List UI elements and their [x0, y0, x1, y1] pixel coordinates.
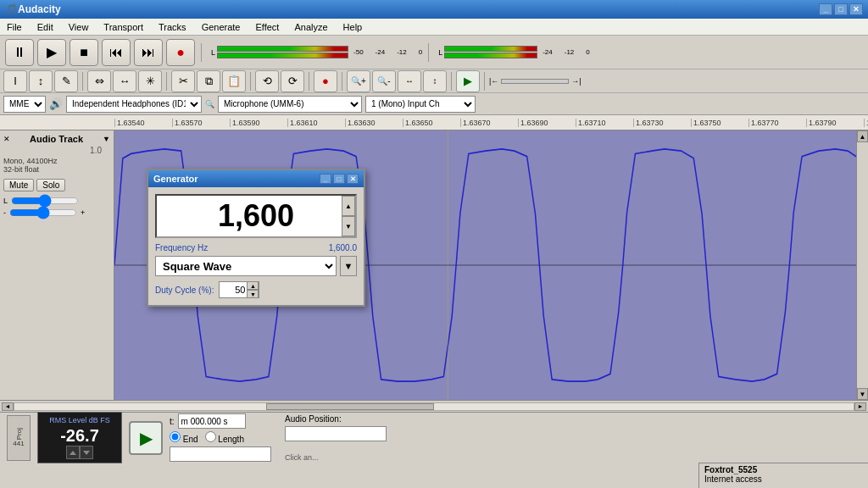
- audio-position-section: Audio Position: 0 h 00 m 00.000 s Click …: [285, 414, 387, 462]
- rms-value: -26.7: [42, 426, 118, 446]
- zoom-in[interactable]: 🔍+: [347, 70, 370, 92]
- gen-minimize[interactable]: _: [320, 174, 331, 184]
- input-device-select[interactable]: Microphone (UMM-6): [218, 96, 362, 113]
- copy-tool[interactable]: ⧉: [197, 70, 220, 92]
- solo-button[interactable]: Solo: [36, 179, 65, 191]
- scroll-thumb[interactable]: [266, 403, 434, 410]
- minimize-button[interactable]: _: [819, 3, 832, 15]
- track-menu-btn[interactable]: ▼: [103, 135, 110, 143]
- scroll-left-btn[interactable]: ◄: [2, 402, 14, 411]
- click-hint: Click an...: [285, 453, 387, 462]
- tools-toolbar: I ↕ ✎ ⇔ ↔ ✳ ✂ ⧉ 📋 ⟲ ⟳ ● 🔍+ 🔍- ↔ ↕ ▶ |← →…: [0, 69, 868, 93]
- frequency-value: 1,600: [218, 198, 294, 234]
- gain-label: 1.0: [3, 146, 110, 155]
- selection-tool[interactable]: I: [3, 70, 27, 92]
- horizontal-scrollbar[interactable]: ◄ ►: [0, 400, 868, 412]
- menu-generate[interactable]: Generate: [198, 20, 244, 34]
- status-bar: Foxtrot_5525 Internet access: [698, 463, 868, 488]
- gen-maximize[interactable]: □: [333, 174, 345, 184]
- end-radio-label[interactable]: End: [170, 431, 198, 444]
- menu-analyze[interactable]: Analyze: [291, 20, 331, 34]
- envelope-tool[interactable]: ↕: [29, 70, 53, 92]
- play-small[interactable]: ▶: [456, 70, 480, 92]
- titlebar: 🎵 Audacity _ □ ✕: [0, 0, 868, 19]
- frequency-spinner: ▲ ▼: [342, 196, 355, 236]
- rms-spinner-down[interactable]: [80, 446, 93, 459]
- draw-tool[interactable]: ✎: [54, 70, 78, 92]
- pause-button[interactable]: ⏸: [5, 39, 34, 66]
- play-button[interactable]: ▶: [37, 39, 66, 66]
- generator-dialog: Generator _ □ ✕ 1,600 ▲ ▼ Frequency Hz: [147, 169, 365, 307]
- zoom-out[interactable]: 🔍-: [372, 70, 396, 92]
- maximize-button[interactable]: □: [834, 3, 848, 15]
- menubar: File Edit View Transport Tracks Generate…: [0, 19, 868, 36]
- pan-slider[interactable]: [11, 197, 79, 205]
- host-select[interactable]: MME: [3, 96, 46, 113]
- vertical-scrollbar[interactable]: ▲ ▼: [856, 130, 868, 400]
- track-buttons: Mute Solo: [3, 179, 110, 191]
- stop-button[interactable]: ■: [70, 39, 98, 66]
- length-radio-label[interactable]: Length: [205, 431, 244, 444]
- generator-title: Generator: [153, 174, 198, 184]
- scroll-down-btn[interactable]: ▼: [857, 388, 868, 400]
- frequency-label-row: Frequency Hz 1,600.0: [155, 243, 357, 252]
- audio-pos-input[interactable]: 0 h 00 m 00.000 s: [285, 426, 387, 441]
- end-input[interactable]: 0 h 00 m 03.280 s: [170, 446, 271, 462]
- menu-tracks[interactable]: Tracks: [155, 20, 190, 34]
- duty-cycle-label: Duty Cycle (%):: [155, 286, 214, 295]
- start-label: t:: [170, 417, 175, 426]
- start-input[interactable]: [178, 413, 246, 429]
- menu-view[interactable]: View: [65, 20, 92, 34]
- scroll-up-btn[interactable]: ▲: [857, 130, 868, 142]
- frequency-number: 1,600.0: [329, 243, 357, 252]
- record-button[interactable]: ●: [166, 39, 195, 66]
- track-close-btn[interactable]: ✕: [3, 135, 10, 143]
- redo-btn[interactable]: ⟳: [281, 70, 304, 92]
- length-radio[interactable]: [205, 431, 216, 442]
- rewind-button[interactable]: ⏮: [102, 39, 131, 66]
- scroll-right-btn[interactable]: ►: [854, 402, 866, 411]
- paste-tool[interactable]: 📋: [222, 70, 246, 92]
- channel-select[interactable]: 1 (Mono) Input Ch: [365, 96, 476, 113]
- output-meter: L -24-120: [438, 46, 590, 58]
- multi-tool[interactable]: ✳: [138, 70, 162, 92]
- duty-up[interactable]: ▲: [247, 281, 259, 290]
- gain-slider[interactable]: [9, 208, 77, 217]
- fastforward-button[interactable]: ⏭: [134, 39, 163, 66]
- cut-tool[interactable]: ✂: [171, 70, 195, 92]
- menu-help[interactable]: Help: [340, 20, 366, 34]
- waveform-dropdown-arrow[interactable]: ▼: [340, 256, 357, 276]
- rms-spinner-up[interactable]: [66, 446, 80, 459]
- bottom-play-button[interactable]: ▶: [129, 421, 163, 455]
- output-device-select[interactable]: Independent Headphones (ID1): [66, 96, 202, 113]
- waveform-area[interactable]: Generator _ □ ✕ 1,600 ▲ ▼ Frequency Hz: [114, 130, 856, 400]
- undo-btn[interactable]: ⟲: [255, 70, 279, 92]
- gen-close[interactable]: ✕: [347, 174, 359, 184]
- bottom-area: Proj 441 RMS Level dB FS -26.7 ▶ t: End …: [0, 412, 868, 463]
- generator-body: 1,600 ▲ ▼ Frequency Hz 1,600.0 Square Wa…: [148, 187, 364, 305]
- time-shift-tool[interactable]: ↔: [113, 70, 136, 92]
- network-name: Foxtrot_5525: [704, 465, 863, 474]
- freq-up[interactable]: ▲: [342, 196, 355, 216]
- mute-button[interactable]: Mute: [3, 179, 34, 191]
- end-radio[interactable]: [170, 431, 181, 442]
- zoom-fit-h[interactable]: ↔: [398, 70, 421, 92]
- main-content: ✕ Audio Track ▼ 1.0 Mono, 44100Hz 32-bit…: [0, 130, 868, 400]
- menu-file[interactable]: File: [3, 20, 25, 34]
- duty-cycle-row: Duty Cycle (%): 50 ▲ ▼: [155, 281, 357, 298]
- close-button[interactable]: ✕: [849, 3, 863, 15]
- window-controls: _ □ ✕: [819, 3, 863, 15]
- track-format: 32-bit float: [3, 165, 110, 174]
- duty-spinner: ▲ ▼: [247, 281, 259, 298]
- record-small[interactable]: ●: [314, 70, 337, 92]
- zoom-tool[interactable]: ⇔: [87, 70, 111, 92]
- network-status: Internet access: [704, 474, 863, 484]
- menu-transport[interactable]: Transport: [100, 20, 147, 34]
- menu-edit[interactable]: Edit: [34, 20, 57, 34]
- menu-effect[interactable]: Effect: [253, 20, 283, 34]
- duty-down[interactable]: ▼: [247, 290, 259, 298]
- app-title: Audacity: [18, 3, 61, 15]
- zoom-fit-v[interactable]: ↕: [423, 70, 447, 92]
- freq-down[interactable]: ▼: [342, 216, 355, 236]
- waveform-select[interactable]: Square Wave Sine Sawtooth Chirp: [155, 256, 337, 276]
